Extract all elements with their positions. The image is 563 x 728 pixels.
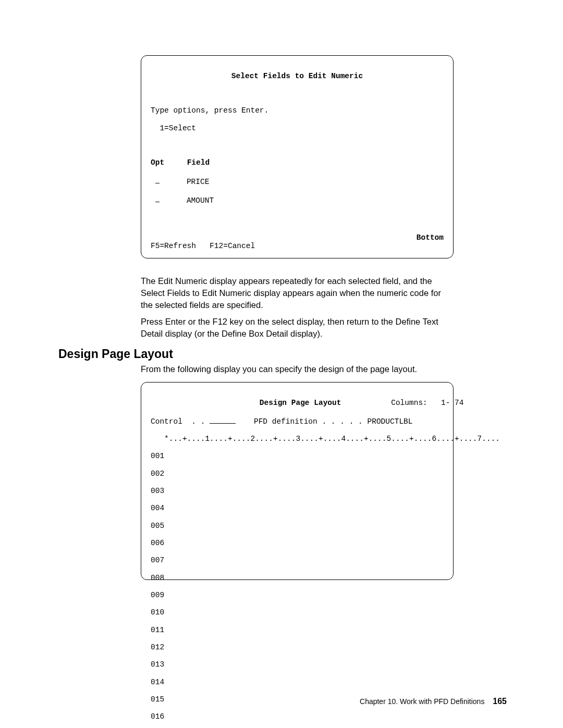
columns-value: 1- 74 bbox=[441, 399, 464, 407]
line-007: 007 bbox=[151, 556, 444, 565]
line-005: 005 bbox=[151, 522, 444, 530]
control-label: Control . . bbox=[151, 417, 205, 426]
field-row-1: PRICE bbox=[151, 176, 444, 186]
line-003: 003 bbox=[151, 487, 444, 496]
page-number: 165 bbox=[493, 697, 507, 706]
line-012: 012 bbox=[151, 643, 444, 652]
column-headers: Opt Field bbox=[151, 158, 444, 167]
paragraph-3: From the following display you can speci… bbox=[141, 363, 454, 375]
bottom-indicator: Bottom bbox=[417, 233, 444, 242]
opt-header: Opt bbox=[151, 158, 164, 167]
line-016: 016 bbox=[151, 712, 444, 721]
pfd-definition: PFD definition . . . . . PRODUCTLBL bbox=[254, 417, 413, 426]
line-004: 004 bbox=[151, 504, 444, 513]
paragraph-1: The Edit Numeric display appears repeate… bbox=[141, 275, 454, 311]
line-001: 001 bbox=[151, 452, 444, 461]
section-heading: Design Page Layout bbox=[58, 347, 173, 361]
line-010: 010 bbox=[151, 608, 444, 617]
chapter-label: Chapter 10. Work with PFD Definitions bbox=[360, 697, 484, 706]
opt-input-2[interactable] bbox=[155, 195, 160, 203]
terminal-screen-select-fields: Select Fields to Edit Numeric Type optio… bbox=[141, 55, 454, 258]
terminal-screen-design-page: Design Page Layout Columns: 1- 74 Contro… bbox=[141, 382, 454, 580]
instructions-line2: 1=Select bbox=[151, 124, 444, 133]
line-014: 014 bbox=[151, 678, 444, 687]
page-footer: Chapter 10. Work with PFD Definitions 16… bbox=[360, 697, 507, 706]
columns-label: Columns: bbox=[391, 399, 427, 407]
field-name-1: PRICE bbox=[187, 177, 210, 186]
header-line-1: Design Page Layout Columns: 1- 74 bbox=[151, 399, 444, 408]
line-008: 008 bbox=[151, 574, 444, 583]
header-line-2: Control . . PFD definition . . . . . PRO… bbox=[151, 416, 444, 426]
field-header: Field bbox=[187, 158, 210, 167]
instructions-line1: Type options, press Enter. bbox=[151, 106, 444, 115]
field-name-2: AMOUNT bbox=[187, 196, 214, 204]
opt-input-1[interactable] bbox=[155, 176, 160, 184]
line-009: 009 bbox=[151, 591, 444, 600]
line-002: 002 bbox=[151, 470, 444, 478]
terminal-title-2: Design Page Layout bbox=[260, 399, 341, 407]
line-013: 013 bbox=[151, 660, 444, 669]
line-006: 006 bbox=[151, 539, 444, 548]
control-input[interactable] bbox=[210, 416, 236, 424]
spacer bbox=[151, 141, 444, 150]
terminal-title: Select Fields to Edit Numeric bbox=[151, 72, 444, 81]
ruler-line: *...+....1....+....2....+....3....+....4… bbox=[151, 435, 444, 443]
paragraph-2: Press Enter or the F12 key on the select… bbox=[141, 316, 454, 340]
function-keys: F5=Refresh F12=Cancel bbox=[151, 242, 255, 251]
spacer bbox=[151, 89, 444, 98]
field-row-2: AMOUNT bbox=[151, 195, 444, 205]
line-011: 011 bbox=[151, 626, 444, 635]
